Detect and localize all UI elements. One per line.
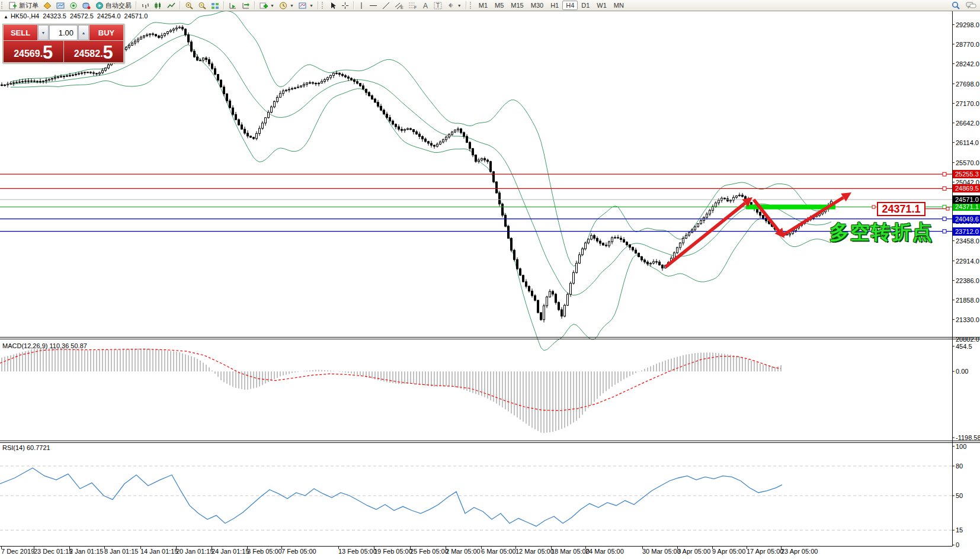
history-center-button[interactable] <box>80 1 93 11</box>
periods-button[interactable]: ▼ <box>277 1 296 11</box>
bear-candle <box>742 195 744 197</box>
fibonacci-tool-button[interactable]: F <box>406 1 419 11</box>
indicators-button[interactable]: ▼ <box>257 1 277 11</box>
bear-candle <box>472 149 474 155</box>
one-click-trading-panel: SELL ▼ 1.00 ▲ BUY 24569.5 24582.5 <box>2 24 124 63</box>
search-icon[interactable] <box>952 1 960 9</box>
level-anchor-square[interactable] <box>943 230 946 233</box>
time-axis-label: 6 Mar 05:00 <box>481 548 516 555</box>
sell-price-big-digit: 5 <box>43 43 53 62</box>
bull-candle <box>167 32 169 34</box>
bull-candle <box>730 200 732 201</box>
bull-candle <box>694 227 696 230</box>
trend-arrow-shaft[interactable] <box>665 203 745 267</box>
sell-button[interactable]: SELL <box>4 25 37 40</box>
arrows-tool-button[interactable]: ▼ <box>444 1 464 11</box>
bear-candle <box>40 81 41 82</box>
time-axis-label: 7 Dec 2019 <box>1 548 34 555</box>
timeframe-MN[interactable]: MN <box>610 1 627 10</box>
trendline-tool-button[interactable] <box>380 1 392 11</box>
text-tool-button[interactable]: A <box>419 1 431 11</box>
volume-increase-button[interactable]: ▲ <box>78 25 89 40</box>
price-axis[interactable]: 29298.028770.028242.027698.027170.026642… <box>953 11 980 546</box>
sell-price[interactable]: 24569.5 <box>4 41 63 62</box>
toolbar-grip[interactable] <box>322 2 326 9</box>
bollinger-middle-band <box>11 35 831 295</box>
level-anchor-square[interactable] <box>943 172 946 176</box>
bear-candle <box>523 275 524 282</box>
timeframe-W1[interactable]: W1 <box>593 1 610 10</box>
bear-candle <box>226 94 228 101</box>
level-anchor-square[interactable] <box>943 205 946 208</box>
price-callout-box[interactable]: 24371.1 <box>877 202 925 216</box>
svg-text:T: T <box>436 2 440 9</box>
level-anchor-square[interactable] <box>943 187 946 190</box>
new-order-button[interactable]: 新订单 <box>7 1 41 11</box>
timeframe-H4[interactable]: H4 <box>562 1 578 10</box>
bear-candle <box>392 121 394 124</box>
bull-candle <box>336 73 338 73</box>
candle-chart-button[interactable] <box>152 1 165 11</box>
bear-candle <box>315 83 317 84</box>
bear-candle <box>152 34 154 34</box>
timeframe-M1[interactable]: M1 <box>475 1 491 10</box>
bear-candle <box>540 313 542 320</box>
line-chart-button[interactable] <box>165 1 178 11</box>
tile-windows-button[interactable] <box>209 1 222 11</box>
bear-candle <box>490 162 492 172</box>
chart-canvas[interactable] <box>0 0 980 559</box>
timeframe-M5[interactable]: M5 <box>491 1 507 10</box>
templates-button[interactable]: ▼ <box>296 1 316 11</box>
horizontal-line-tool-button[interactable] <box>367 1 380 11</box>
price-tick-label: 28770.0 <box>956 41 979 48</box>
zoom-out-button[interactable] <box>196 1 209 11</box>
toolbar-grip[interactable] <box>1 2 5 9</box>
bollinger-lower-band <box>11 45 831 351</box>
time-axis-label: 3 Apr 05:00 <box>677 548 710 555</box>
bull-candle <box>614 237 616 238</box>
timeframe-H1[interactable]: H1 <box>547 1 562 10</box>
time-axis[interactable]: 7 Dec 201923 Dec 01:152 Jan 01:158 Jan 0… <box>0 548 952 557</box>
collapse-panel-icon[interactable]: ▲ <box>4 14 8 20</box>
bar-chart-button[interactable] <box>139 1 152 11</box>
autotrading-button[interactable]: 自动交易 <box>93 1 134 11</box>
buy-price[interactable]: 24582.5 <box>64 41 124 62</box>
bear-candle <box>484 159 486 160</box>
bull-candle <box>4 85 6 85</box>
market-watch-icon <box>56 2 65 9</box>
auto-scroll-button[interactable] <box>226 1 239 11</box>
vertical-line-tool-button[interactable] <box>356 1 367 11</box>
timeframe-M30[interactable]: M30 <box>527 1 547 10</box>
bear-candle <box>339 73 341 74</box>
market-watch-button[interactable] <box>54 1 67 11</box>
volume-decrease-button[interactable]: ▼ <box>38 25 49 40</box>
bear-candle <box>371 96 373 99</box>
profiles-button[interactable] <box>41 1 54 11</box>
volume-input[interactable]: 1.00 <box>49 25 78 40</box>
bull-candle <box>653 262 655 264</box>
bear-candle <box>155 34 157 36</box>
bear-candle <box>555 294 557 303</box>
bear-candle <box>369 92 370 96</box>
chat-icon[interactable] <box>966 1 976 9</box>
bear-candle <box>229 101 231 108</box>
callout-anchor-square <box>946 207 949 210</box>
timeframe-D1[interactable]: D1 <box>578 1 593 10</box>
crosshair-tool-button[interactable] <box>339 1 351 11</box>
label-tool-button[interactable]: T <box>431 1 444 11</box>
toolbar-grip[interactable] <box>470 2 474 9</box>
bull-candle <box>611 238 613 242</box>
zoom-in-button[interactable] <box>182 1 196 11</box>
navigator-button[interactable] <box>67 1 80 11</box>
level-anchor-square[interactable] <box>943 217 946 221</box>
bull-candle <box>330 75 332 78</box>
channel-tool-button[interactable]: E <box>392 1 406 11</box>
cursor-tool-button[interactable] <box>327 1 339 11</box>
buy-button[interactable]: BUY <box>89 25 123 40</box>
toolbar-separator <box>180 1 181 9</box>
bull-candle <box>404 130 406 131</box>
chart-shift-button[interactable] <box>239 1 252 11</box>
bear-candle <box>606 245 607 246</box>
timeframe-M15[interactable]: M15 <box>507 1 527 10</box>
turning-point-annotation[interactable]: 多空转折点 <box>830 219 933 246</box>
